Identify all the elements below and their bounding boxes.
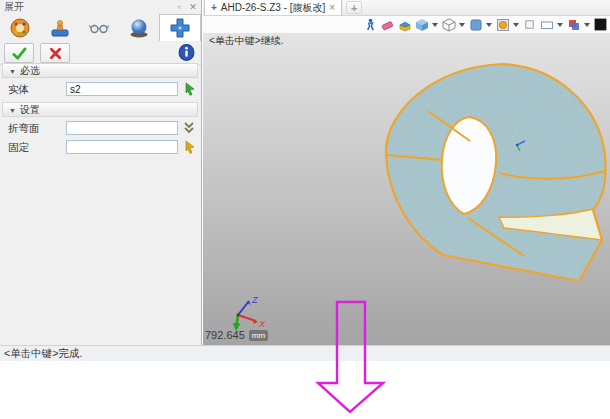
tab-title: AHD-26-S.Z3 - [腹板改]	[221, 1, 325, 15]
unfold-command-panel: 展开 ▫ ✕	[0, 0, 202, 345]
person-icon[interactable]	[363, 17, 378, 32]
collapse-arrow-icon: ▼	[9, 107, 16, 114]
collapse-arrow-icon: ▼	[9, 68, 16, 75]
palette-tool-button[interactable]	[0, 14, 40, 41]
cross-icon	[169, 17, 191, 39]
section-required[interactable]: ▼必选	[2, 63, 198, 78]
entity-label: 实体	[8, 83, 29, 97]
palette-icon	[9, 17, 31, 39]
graphics-viewport[interactable]: + AHD-26-S.Z3 - [腹板改] × +	[203, 0, 610, 345]
viewport-toolstrip	[203, 16, 610, 33]
section-settings[interactable]: ▼设置	[2, 102, 198, 117]
tab-close-icon[interactable]: ×	[329, 2, 335, 13]
fixed-input[interactable]	[66, 140, 178, 154]
scale-value: 792.645	[205, 329, 245, 341]
tab-file-icon: +	[211, 2, 217, 13]
display-square-icon[interactable]	[468, 17, 483, 32]
info-button[interactable]	[178, 44, 195, 63]
stamp-icon	[49, 17, 71, 39]
bend-face-label: 折弯面	[8, 122, 40, 136]
bend-face-row: 折弯面	[2, 120, 198, 137]
bottom-whitespace	[0, 361, 610, 419]
fixed-label: 固定	[8, 141, 29, 155]
section-settings-label: 设置	[20, 104, 40, 115]
dropdown-caret-icon[interactable]	[513, 23, 519, 27]
small-square-icon[interactable]	[522, 17, 537, 32]
box-icon[interactable]	[397, 17, 412, 32]
coordinate-triad: Z X	[223, 293, 269, 331]
entity-row: 实体	[2, 81, 198, 98]
dropdown-caret-icon[interactable]	[459, 23, 465, 27]
black-square-icon[interactable]	[593, 17, 608, 32]
document-tabbar: + AHD-26-S.Z3 - [腹板改] × +	[203, 0, 610, 16]
x-axis-label: X	[258, 319, 266, 329]
yellow-pick-icon[interactable]	[183, 140, 197, 154]
dock-icon[interactable]: ▫	[174, 2, 184, 12]
bend-face-input[interactable]	[66, 121, 178, 135]
rectangle-icon[interactable]	[539, 17, 554, 32]
dropdown-caret-icon[interactable]	[584, 23, 590, 27]
sphere-square-icon[interactable]	[495, 17, 510, 32]
info-icon	[178, 44, 195, 61]
glasses-icon	[88, 17, 110, 39]
unfold-tool-button[interactable]	[159, 14, 201, 41]
green-pick-icon[interactable]	[183, 82, 197, 96]
new-tab-button[interactable]: +	[346, 1, 362, 14]
cancel-x-icon	[49, 47, 62, 60]
stamp-tool-button[interactable]	[40, 14, 80, 41]
dropdown-caret-icon[interactable]	[557, 23, 563, 27]
cancel-button[interactable]	[40, 43, 70, 63]
close-icon[interactable]: ✕	[188, 2, 198, 12]
entity-input[interactable]	[66, 82, 178, 96]
panel-title: 展开	[4, 1, 24, 12]
viewport-prompt: <单击中键>继续.	[209, 34, 283, 48]
sphere-icon	[128, 17, 150, 39]
ok-check-icon	[12, 47, 27, 60]
fixed-row: 固定	[2, 139, 198, 156]
sphere-tool-button[interactable]	[119, 14, 159, 41]
status-message: <单击中键>完成.	[4, 347, 82, 359]
cube-icon[interactable]	[414, 17, 429, 32]
annotation-down-arrow	[314, 299, 390, 417]
document-tab[interactable]: + AHD-26-S.Z3 - [腹板改] ×	[204, 0, 342, 15]
section-required-label: 必选	[20, 65, 40, 76]
glasses-tool-button[interactable]	[80, 14, 120, 41]
sheet-metal-model[interactable]	[371, 57, 610, 293]
scale-unit-badge: mm	[249, 330, 268, 341]
panel-header: 展开 ▫ ✕	[0, 0, 201, 14]
ok-button[interactable]	[4, 43, 34, 63]
wireframe-cube-icon[interactable]	[441, 17, 456, 32]
double-chevron-down-icon[interactable]	[183, 121, 197, 135]
scale-readout: 792.645 mm	[205, 329, 268, 341]
z-axis-label: Z	[251, 295, 258, 305]
status-bar: <单击中键>完成.	[0, 345, 610, 361]
panel-toolbar	[0, 14, 201, 41]
eraser-icon[interactable]	[380, 17, 395, 32]
overlap-squares-icon[interactable]	[566, 17, 581, 32]
confirm-row	[0, 42, 201, 65]
dropdown-caret-icon[interactable]	[432, 23, 438, 27]
dropdown-caret-icon[interactable]	[486, 23, 492, 27]
